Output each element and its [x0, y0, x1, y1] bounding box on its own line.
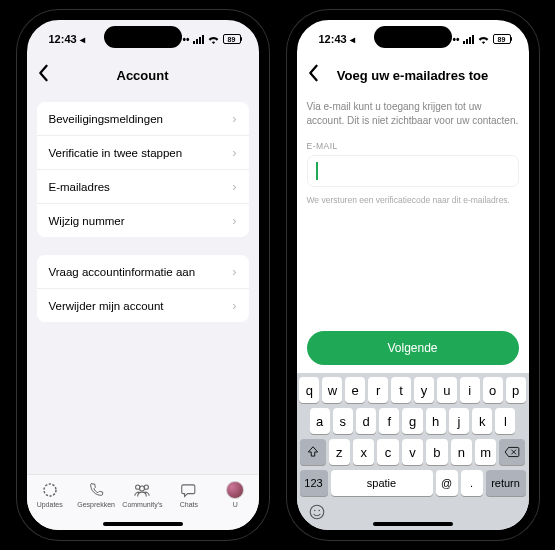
page-title: Voeg uw e-mailadres toe	[297, 68, 529, 83]
signal-dots: ••	[182, 34, 189, 45]
key-backspace[interactable]	[499, 439, 525, 465]
chevron-right-icon: ›	[232, 111, 236, 126]
settings-group-2: Vraag accountinformatie aan › Verwijder …	[37, 255, 249, 322]
home-indicator[interactable]	[373, 522, 453, 526]
key-dot[interactable]: .	[461, 470, 483, 496]
intro-text: Via e-mail kunt u toegang krijgen tot uw…	[297, 92, 529, 141]
tab-label: Chats	[180, 501, 198, 508]
tab-label: Updates	[37, 501, 63, 508]
nav-header: Voeg uw e-mailadres toe	[297, 58, 529, 92]
row-change-number[interactable]: Wijzig nummer ›	[37, 204, 249, 237]
row-security-notifications[interactable]: Beveiligingsmeldingen ›	[37, 102, 249, 136]
tab-label: U	[233, 501, 238, 508]
row-email[interactable]: E-mailadres ›	[37, 170, 249, 204]
device-notch	[104, 26, 182, 48]
tab-calls[interactable]: Gesprekken	[74, 481, 118, 508]
key-o[interactable]: o	[483, 377, 503, 403]
key-i[interactable]: i	[460, 377, 480, 403]
key-p[interactable]: p	[506, 377, 526, 403]
page-title: Account	[27, 68, 259, 83]
svg-point-4	[310, 505, 324, 519]
tab-communities[interactable]: Community's	[120, 481, 164, 508]
tab-chats[interactable]: Chats	[167, 481, 211, 508]
tab-you[interactable]: U	[213, 481, 257, 508]
tab-label: Gesprekken	[77, 501, 115, 508]
key-s[interactable]: s	[333, 408, 353, 434]
key-z[interactable]: z	[329, 439, 350, 465]
key-return[interactable]: return	[486, 470, 526, 496]
key-m[interactable]: m	[475, 439, 496, 465]
row-label: Beveiligingsmeldingen	[49, 113, 163, 125]
status-icons: •• 89	[182, 34, 240, 45]
location-icon: ◂	[80, 34, 85, 45]
key-123[interactable]: 123	[300, 470, 328, 496]
keyboard: q w e r t y u i o p a s d f g h j k l	[297, 373, 529, 530]
row-two-step-verification[interactable]: Verificatie in twee stappen ›	[37, 136, 249, 170]
chevron-right-icon: ›	[232, 145, 236, 160]
row-label: Verificatie in twee stappen	[49, 147, 183, 159]
row-delete-account[interactable]: Verwijder mijn account ›	[37, 289, 249, 322]
chevron-right-icon: ›	[232, 298, 236, 313]
key-f[interactable]: f	[379, 408, 399, 434]
key-t[interactable]: t	[391, 377, 411, 403]
phone-icon	[88, 481, 104, 499]
status-time: 12:43◂	[49, 33, 85, 45]
backspace-icon	[504, 446, 520, 458]
keyboard-row-2: a s d f g h j k l	[300, 408, 526, 434]
key-v[interactable]: v	[402, 439, 423, 465]
key-g[interactable]: g	[402, 408, 422, 434]
row-request-account-info[interactable]: Vraag accountinformatie aan ›	[37, 255, 249, 289]
chevron-right-icon: ›	[232, 213, 236, 228]
emoji-icon	[308, 503, 326, 521]
keyboard-row-4: 123 spatie @ . return	[300, 470, 526, 496]
key-l[interactable]: l	[495, 408, 515, 434]
next-button[interactable]: Volgende	[307, 331, 519, 365]
phone-add-email-screen: 12:43◂ •• 89 Voeg uw e-mailadres toe Via…	[287, 10, 539, 540]
key-x[interactable]: x	[353, 439, 374, 465]
email-input[interactable]	[307, 155, 519, 187]
battery-icon: 89	[223, 34, 241, 44]
communities-icon	[132, 481, 152, 499]
location-icon: ◂	[350, 34, 355, 45]
settings-content: Beveiligingsmeldingen › Verificatie in t…	[27, 92, 259, 474]
key-u[interactable]: u	[437, 377, 457, 403]
tab-updates[interactable]: Updates	[28, 481, 72, 508]
key-at[interactable]: @	[436, 470, 458, 496]
key-w[interactable]: w	[322, 377, 342, 403]
email-field-label: E-MAIL	[297, 141, 529, 155]
status-icons: •• 89	[452, 34, 510, 45]
key-y[interactable]: y	[414, 377, 434, 403]
chevron-right-icon: ›	[232, 264, 236, 279]
home-indicator[interactable]	[103, 522, 183, 526]
svg-point-3	[140, 486, 145, 491]
svg-point-5	[314, 510, 316, 512]
key-e[interactable]: e	[345, 377, 365, 403]
key-d[interactable]: d	[356, 408, 376, 434]
status-time: 12:43◂	[319, 33, 355, 45]
key-r[interactable]: r	[368, 377, 388, 403]
emoji-button[interactable]	[308, 503, 326, 525]
key-j[interactable]: j	[449, 408, 469, 434]
key-h[interactable]: h	[426, 408, 446, 434]
key-q[interactable]: q	[299, 377, 319, 403]
key-shift[interactable]	[300, 439, 326, 465]
key-k[interactable]: k	[472, 408, 492, 434]
updates-icon	[41, 481, 59, 499]
svg-point-6	[318, 510, 320, 512]
key-n[interactable]: n	[451, 439, 472, 465]
key-a[interactable]: a	[310, 408, 330, 434]
row-label: E-mailadres	[49, 181, 110, 193]
device-notch	[374, 26, 452, 48]
back-button[interactable]	[37, 64, 49, 86]
cellular-icon	[463, 34, 474, 44]
nav-header: Account	[27, 58, 259, 92]
row-label: Verwijder mijn account	[49, 300, 164, 312]
avatar	[226, 481, 244, 499]
row-label: Vraag accountinformatie aan	[49, 266, 196, 278]
settings-group-1: Beveiligingsmeldingen › Verificatie in t…	[37, 102, 249, 237]
key-space[interactable]: spatie	[331, 470, 433, 496]
key-c[interactable]: c	[377, 439, 398, 465]
back-button[interactable]	[307, 64, 319, 86]
wifi-icon	[477, 34, 490, 44]
key-b[interactable]: b	[426, 439, 447, 465]
